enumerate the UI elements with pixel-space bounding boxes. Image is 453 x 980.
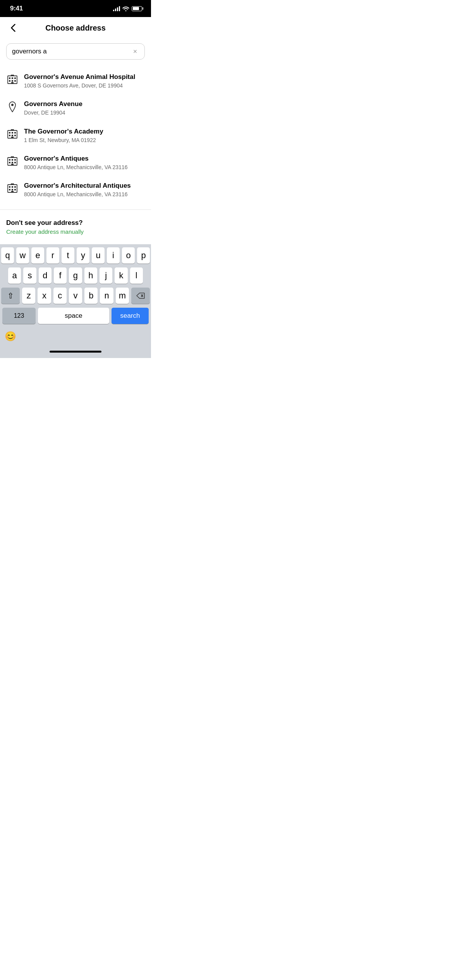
manual-address-section: Don't see your address? Create your addr… <box>0 213 151 243</box>
result-name: Governor's Antiques <box>24 154 145 163</box>
result-text: Governors Avenue Dover, DE 19904 <box>24 100 145 116</box>
key-d[interactable]: d <box>39 267 51 284</box>
result-address: 8000 Antique Ln, Mechanicsville, VA 2311… <box>24 191 145 198</box>
result-name: Governor's Architectural Antiques <box>24 182 145 190</box>
svg-rect-27 <box>9 162 10 163</box>
numbers-key[interactable]: 123 <box>2 308 36 324</box>
result-address: 8000 Antique Ln, Mechanicsville, VA 2311… <box>24 164 145 171</box>
keyboard: q w e r t y u i o p a s d f g h j k l ⇧ … <box>0 244 151 328</box>
svg-rect-17 <box>12 135 13 136</box>
key-g[interactable]: g <box>69 267 82 284</box>
key-a[interactable]: a <box>8 267 21 284</box>
svg-rect-36 <box>12 186 13 188</box>
result-address: 1 Elm St, Newbury, MA 01922 <box>24 137 145 144</box>
svg-rect-6 <box>14 80 16 82</box>
key-j[interactable]: j <box>100 267 112 284</box>
search-input[interactable] <box>12 48 128 55</box>
key-n[interactable]: n <box>100 288 113 304</box>
key-o[interactable]: o <box>122 247 135 264</box>
space-key[interactable]: space <box>38 308 109 324</box>
key-s[interactable]: s <box>23 267 36 284</box>
key-y[interactable]: y <box>77 247 89 264</box>
keyboard-row-2: a s d f g h j k l <box>1 267 150 284</box>
results-list: Governor's Avenue Animal Hospital 1008 S… <box>0 64 151 206</box>
result-address: Dover, DE 19904 <box>24 109 145 116</box>
search-box: × <box>6 43 145 60</box>
search-key[interactable]: search <box>112 308 149 324</box>
svg-rect-35 <box>9 186 10 188</box>
svg-rect-2 <box>12 77 13 79</box>
key-l[interactable]: l <box>130 267 143 284</box>
clear-button[interactable]: × <box>131 48 139 55</box>
search-container: × <box>0 39 151 64</box>
key-u[interactable]: u <box>92 247 105 264</box>
emoji-button[interactable]: 😊 <box>5 331 16 342</box>
status-icons <box>113 6 143 11</box>
result-name: Governors Avenue <box>24 100 145 108</box>
signal-icon <box>113 6 120 11</box>
shift-key[interactable]: ⇧ <box>1 288 20 304</box>
key-p[interactable]: p <box>137 247 150 264</box>
svg-rect-24 <box>9 159 10 161</box>
key-w[interactable]: w <box>16 247 29 264</box>
building-icon <box>6 182 19 195</box>
result-text: Governor's Antiques 8000 Antique Ln, Mec… <box>24 154 145 171</box>
key-k[interactable]: k <box>115 267 127 284</box>
result-item[interactable]: Governor's Avenue Animal Hospital 1008 S… <box>0 67 151 94</box>
key-r[interactable]: r <box>46 247 59 264</box>
svg-rect-40 <box>14 189 16 190</box>
svg-rect-3 <box>14 77 16 79</box>
key-i[interactable]: i <box>107 247 120 264</box>
key-t[interactable]: t <box>62 247 74 264</box>
manual-address-link[interactable]: Create your address manually <box>6 228 145 235</box>
result-name: The Governor's Academy <box>24 127 145 136</box>
key-h[interactable]: h <box>84 267 97 284</box>
result-address: 1008 S Governors Ave, Dover, DE 19904 <box>24 82 145 89</box>
key-m[interactable]: m <box>116 288 129 304</box>
key-x[interactable]: x <box>38 288 51 304</box>
svg-rect-16 <box>9 135 10 136</box>
key-v[interactable]: v <box>69 288 82 304</box>
result-item[interactable]: Governor's Architectural Antiques 8000 A… <box>0 176 151 203</box>
keyboard-bottom-row: 123 space search <box>1 308 150 324</box>
home-bar <box>50 351 101 353</box>
svg-rect-39 <box>12 189 13 190</box>
back-button[interactable] <box>6 21 20 35</box>
svg-rect-15 <box>14 132 16 134</box>
result-item[interactable]: The Governor's Academy 1 Elm St, Newbury… <box>0 122 151 149</box>
svg-rect-25 <box>12 159 13 161</box>
keyboard-row-1: q w e r t y u i o p <box>1 247 150 264</box>
building-icon <box>6 74 19 86</box>
svg-rect-14 <box>12 132 13 134</box>
result-text: The Governor's Academy 1 Elm St, Newbury… <box>24 127 145 144</box>
wifi-icon <box>122 6 129 11</box>
result-text: Governor's Avenue Animal Hospital 1008 S… <box>24 73 145 89</box>
building-icon <box>6 155 19 168</box>
key-f[interactable]: f <box>54 267 67 284</box>
svg-rect-4 <box>9 80 10 82</box>
divider <box>0 209 151 210</box>
backspace-key[interactable] <box>131 288 150 304</box>
svg-point-11 <box>11 104 14 106</box>
status-time: 9:41 <box>10 5 23 12</box>
pin-icon <box>6 101 19 113</box>
key-c[interactable]: c <box>53 288 67 304</box>
manual-title: Don't see your address? <box>6 219 145 227</box>
status-bar: 9:41 <box>0 0 151 17</box>
key-e[interactable]: e <box>31 247 44 264</box>
result-name: Governor's Avenue Animal Hospital <box>24 73 145 81</box>
keyboard-row-3: ⇧ z x c v b n m <box>1 288 150 304</box>
key-q[interactable]: q <box>1 247 14 264</box>
svg-rect-26 <box>14 159 16 161</box>
result-item[interactable]: Governors Avenue Dover, DE 19904 <box>0 94 151 122</box>
key-b[interactable]: b <box>84 288 98 304</box>
svg-rect-18 <box>14 135 16 136</box>
svg-rect-29 <box>14 162 16 163</box>
nav-bar: Choose address <box>0 17 151 39</box>
svg-rect-5 <box>12 80 13 82</box>
result-item[interactable]: Governor's Antiques 8000 Antique Ln, Mec… <box>0 149 151 176</box>
svg-rect-37 <box>14 186 16 188</box>
key-z[interactable]: z <box>22 288 35 304</box>
emoji-row: 😊 <box>0 328 151 345</box>
building-icon <box>6 128 19 140</box>
